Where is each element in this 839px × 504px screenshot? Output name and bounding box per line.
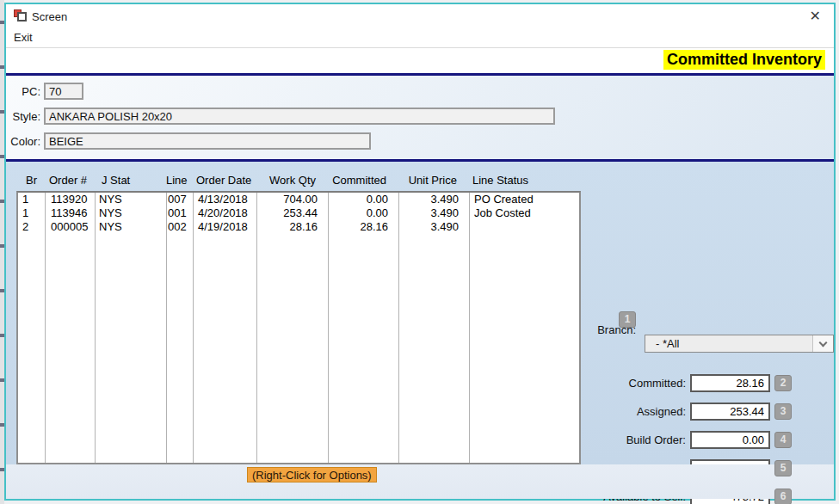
table-row[interactable]: 1 113946 NYS 001 4/20/2018 253.44 0.00 3… <box>18 206 579 220</box>
page-title: Committed Inventory <box>663 50 825 70</box>
table-cell: NYS <box>95 193 166 206</box>
chevron-down-icon <box>819 338 828 347</box>
table-cell: 4/19/2018 <box>193 220 256 234</box>
column-header: Br <box>16 174 43 189</box>
title-bar: Screen ✕ <box>6 4 834 28</box>
table-cell: Job Costed <box>469 206 579 220</box>
color-label: Color: <box>8 135 40 148</box>
window-title: Screen <box>32 10 67 23</box>
column-header: Line Status <box>467 174 581 189</box>
committed-field[interactable] <box>690 374 770 392</box>
style-field[interactable] <box>44 108 555 125</box>
table-cell: 007 <box>166 193 193 206</box>
table-cell: PO Created <box>469 193 579 206</box>
table-cell: 001 <box>166 206 193 220</box>
build-order-field[interactable] <box>690 431 770 449</box>
table-row[interactable]: 1 113920 NYS 007 4/13/2018 704.00 0.00 3… <box>18 193 579 206</box>
table-cell: 253.44 <box>256 206 328 220</box>
column-header: Order Date <box>191 174 255 189</box>
branch-dropdown-button[interactable] <box>812 335 833 352</box>
step-badge-5: 5 <box>774 460 792 476</box>
step-badge-1: 1 <box>619 311 636 328</box>
menu-item-exit[interactable]: Exit <box>14 31 33 44</box>
step-badge-3: 3 <box>774 403 792 420</box>
form-section: PC: Style: Color: <box>6 76 834 159</box>
app-icon-front-square <box>17 12 27 22</box>
step-badge-2: 2 <box>774 375 792 391</box>
pc-field[interactable] <box>44 83 83 100</box>
table-cell: 4/13/2018 <box>193 193 256 206</box>
step-badge-4: 4 <box>774 432 792 448</box>
table-cell: NYS <box>95 206 166 220</box>
table-cell: 2 <box>18 220 45 234</box>
column-header: Order # <box>43 174 93 189</box>
committed-inventory-window: Screen ✕ Exit Committed Inventory PC: St… <box>4 3 836 501</box>
color-row: Color: <box>8 132 371 150</box>
bottom-strip: (Right-Click for Options) <box>6 464 834 499</box>
build-order-label: Build Order: <box>540 431 686 449</box>
table-cell: 000005 <box>45 220 95 234</box>
table-cell: NYS <box>95 220 166 234</box>
close-icon[interactable]: ✕ <box>810 9 821 23</box>
table-cell: 28.16 <box>256 220 328 234</box>
menu-bar: Exit <box>6 28 834 48</box>
table-cell: 113946 <box>45 206 95 220</box>
assigned-field[interactable] <box>690 403 770 421</box>
pc-row: PC: <box>8 83 83 100</box>
title-band: Committed Inventory <box>6 48 834 73</box>
table-cell: 0.00 <box>328 206 398 220</box>
app-icon <box>14 9 28 22</box>
assigned-label: Assigned: <box>540 403 686 421</box>
table-cell: 704.00 <box>256 193 328 206</box>
style-label: Style: <box>8 110 40 123</box>
table-header-row: Br Order # J Stat Line Order Date Work Q… <box>16 174 581 189</box>
table-cell: 002 <box>166 220 193 234</box>
table-cell: 4/20/2018 <box>193 206 256 220</box>
committed-label: Committed: <box>540 374 686 392</box>
table-cell: 0.00 <box>328 193 398 206</box>
pc-label: PC: <box>8 85 40 98</box>
table-cell: 3.490 <box>398 220 469 234</box>
table-cell: 113920 <box>45 193 95 206</box>
table-cell: 1 <box>18 193 45 206</box>
main-section: Br Order # J Stat Line Order Date Work Q… <box>6 162 834 464</box>
step-badge-6: 6 <box>774 489 792 504</box>
right-click-hint: (Right-Click for Options) <box>247 467 377 482</box>
table-cell <box>469 220 579 234</box>
table-cell: 1 <box>18 206 45 220</box>
color-field[interactable] <box>44 132 371 150</box>
table-cell: 3.490 <box>398 206 469 220</box>
table-cell: 28.16 <box>328 220 398 234</box>
column-header: Unit Price <box>397 174 467 189</box>
table-row[interactable]: 2 000005 NYS 002 4/19/2018 28.16 28.16 3… <box>18 220 579 234</box>
style-row: Style: <box>8 108 555 125</box>
column-header: Committed <box>326 174 397 189</box>
table-cell: 3.490 <box>398 193 469 206</box>
orders-table[interactable]: 1 113920 NYS 007 4/13/2018 704.00 0.00 3… <box>16 191 581 464</box>
branch-selected-value: - *All <box>645 337 812 350</box>
column-header: J Stat <box>93 174 164 189</box>
branch-select[interactable]: - *All <box>645 335 834 353</box>
column-header: Line <box>164 174 191 189</box>
column-header: Work Qty <box>255 174 326 189</box>
